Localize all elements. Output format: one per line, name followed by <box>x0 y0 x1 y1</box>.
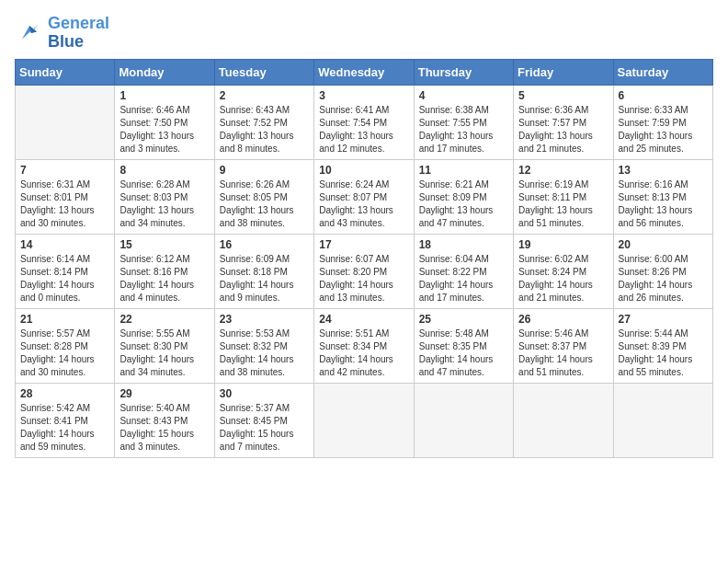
cell-line: and 38 minutes. <box>220 366 309 379</box>
calendar-week-4: 21Sunrise: 5:57 AMSunset: 8:28 PMDayligh… <box>16 308 713 383</box>
cell-line: Daylight: 13 hours <box>619 204 708 217</box>
calendar-cell: 27Sunrise: 5:44 AMSunset: 8:39 PMDayligh… <box>613 308 712 383</box>
calendar-cell: 10Sunrise: 6:24 AMSunset: 8:07 PMDayligh… <box>314 159 414 234</box>
cell-line: Sunset: 8:45 PM <box>220 415 309 428</box>
cell-line: Daylight: 14 hours <box>619 279 708 292</box>
day-header-tuesday: Tuesday <box>214 59 313 85</box>
logo-text: General Blue <box>48 15 109 52</box>
cell-line: Sunset: 8:30 PM <box>119 340 209 353</box>
calendar-cell: 17Sunrise: 6:07 AMSunset: 8:20 PMDayligh… <box>314 234 414 308</box>
day-number: 7 <box>20 164 109 177</box>
cell-line: Sunset: 7:57 PM <box>518 117 608 130</box>
calendar-cell: 2Sunrise: 6:43 AMSunset: 7:52 PMDaylight… <box>214 85 313 159</box>
cell-line: Daylight: 14 hours <box>20 353 109 366</box>
cell-line: Sunset: 8:24 PM <box>518 266 608 279</box>
cell-line: Sunrise: 6:41 AM <box>319 104 408 117</box>
day-number: 25 <box>419 313 508 326</box>
cell-line: Sunset: 8:05 PM <box>220 191 309 204</box>
cell-line: Daylight: 13 hours <box>220 204 309 217</box>
calendar-header-row: SundayMondayTuesdayWednesdayThursdayFrid… <box>16 59 713 85</box>
cell-line: Sunrise: 6:07 AM <box>319 253 408 266</box>
cell-line: and 38 minutes. <box>220 217 309 230</box>
cell-line: and 3 minutes. <box>119 143 209 155</box>
day-header-monday: Monday <box>115 59 214 85</box>
cell-line: and 43 minutes. <box>319 217 408 230</box>
day-number: 23 <box>220 313 309 326</box>
cell-line: Daylight: 13 hours <box>619 130 708 143</box>
cell-line: Sunset: 8:20 PM <box>319 266 408 279</box>
cell-line: and 13 minutes. <box>319 292 408 304</box>
cell-line: and 3 minutes. <box>119 441 209 454</box>
cell-line: and 4 minutes. <box>119 292 209 304</box>
calendar-week-3: 14Sunrise: 6:14 AMSunset: 8:14 PMDayligh… <box>16 234 713 308</box>
cell-line: Sunrise: 6:38 AM <box>419 104 508 117</box>
calendar-cell: 25Sunrise: 5:48 AMSunset: 8:35 PMDayligh… <box>414 308 513 383</box>
cell-line: Sunrise: 6:33 AM <box>619 104 708 117</box>
cell-line: Sunset: 8:35 PM <box>419 340 508 353</box>
cell-line: and 47 minutes. <box>419 217 508 230</box>
cell-line: and 34 minutes. <box>119 366 209 379</box>
calendar-cell: 18Sunrise: 6:04 AMSunset: 8:22 PMDayligh… <box>414 234 513 308</box>
calendar-cell: 19Sunrise: 6:02 AMSunset: 8:24 PMDayligh… <box>514 234 613 308</box>
calendar-cell: 3Sunrise: 6:41 AMSunset: 7:54 PMDaylight… <box>314 85 414 159</box>
day-number: 16 <box>220 238 309 251</box>
cell-line: Daylight: 13 hours <box>319 204 408 217</box>
day-number: 6 <box>619 89 708 102</box>
day-number: 27 <box>619 313 708 326</box>
calendar-cell: 14Sunrise: 6:14 AMSunset: 8:14 PMDayligh… <box>16 234 115 308</box>
cell-line: Sunrise: 6:19 AM <box>518 178 608 191</box>
cell-line: Daylight: 14 hours <box>119 279 209 292</box>
calendar-cell: 11Sunrise: 6:21 AMSunset: 8:09 PMDayligh… <box>414 159 513 234</box>
calendar-cell: 5Sunrise: 6:36 AMSunset: 7:57 PMDaylight… <box>514 85 613 159</box>
cell-line: Sunrise: 5:55 AM <box>119 327 209 340</box>
calendar-cell <box>16 85 115 159</box>
cell-line: Daylight: 14 hours <box>619 353 708 366</box>
cell-line: Sunset: 8:18 PM <box>220 266 309 279</box>
cell-line: and 30 minutes. <box>20 217 109 230</box>
calendar-week-5: 28Sunrise: 5:42 AMSunset: 8:41 PMDayligh… <box>16 383 713 457</box>
calendar-cell: 12Sunrise: 6:19 AMSunset: 8:11 PMDayligh… <box>514 159 613 234</box>
cell-line: and 9 minutes. <box>220 292 309 304</box>
day-number: 20 <box>619 238 708 251</box>
cell-line: and 30 minutes. <box>20 366 109 379</box>
cell-line: Sunrise: 6:36 AM <box>518 104 608 117</box>
day-header-thursday: Thursday <box>414 59 513 85</box>
cell-line: and 34 minutes. <box>119 217 209 230</box>
calendar-week-2: 7Sunrise: 6:31 AMSunset: 8:01 PMDaylight… <box>16 159 713 234</box>
day-number: 9 <box>220 164 309 177</box>
cell-line: Daylight: 14 hours <box>419 279 508 292</box>
calendar-cell <box>314 383 414 457</box>
calendar-cell: 4Sunrise: 6:38 AMSunset: 7:55 PMDaylight… <box>414 85 513 159</box>
cell-line: Sunrise: 6:24 AM <box>319 178 408 191</box>
day-number: 5 <box>518 89 608 102</box>
calendar-cell <box>613 383 712 457</box>
day-number: 11 <box>419 164 508 177</box>
cell-line: Sunset: 8:41 PM <box>20 415 109 428</box>
cell-line: Sunrise: 6:04 AM <box>419 253 508 266</box>
calendar-cell: 23Sunrise: 5:53 AMSunset: 8:32 PMDayligh… <box>214 308 313 383</box>
calendar-cell: 13Sunrise: 6:16 AMSunset: 8:13 PMDayligh… <box>613 159 712 234</box>
cell-line: Sunset: 8:32 PM <box>220 340 309 353</box>
cell-line: and 8 minutes. <box>220 143 309 155</box>
cell-line: Daylight: 13 hours <box>20 204 109 217</box>
day-header-sunday: Sunday <box>16 59 115 85</box>
cell-line: Daylight: 15 hours <box>119 428 209 441</box>
cell-line: Sunrise: 6:00 AM <box>619 253 708 266</box>
cell-line: Daylight: 13 hours <box>518 204 608 217</box>
cell-line: Daylight: 14 hours <box>20 279 109 292</box>
cell-line: Sunrise: 6:14 AM <box>20 253 109 266</box>
cell-line: Sunset: 8:34 PM <box>319 340 408 353</box>
cell-line: Sunrise: 6:26 AM <box>220 178 309 191</box>
cell-line: Sunset: 7:54 PM <box>319 117 408 130</box>
day-header-friday: Friday <box>514 59 613 85</box>
cell-line: and 55 minutes. <box>619 366 708 379</box>
day-number: 22 <box>119 313 209 326</box>
cell-line: and 12 minutes. <box>319 143 408 155</box>
cell-line: and 42 minutes. <box>319 366 408 379</box>
cell-line: and 7 minutes. <box>220 441 309 454</box>
calendar-cell: 16Sunrise: 6:09 AMSunset: 8:18 PMDayligh… <box>214 234 313 308</box>
cell-line: Sunrise: 5:37 AM <box>220 402 309 415</box>
cell-line: Daylight: 13 hours <box>319 130 408 143</box>
calendar-body: 1Sunrise: 6:46 AMSunset: 7:50 PMDaylight… <box>16 85 713 457</box>
calendar-table: SundayMondayTuesdayWednesdayThursdayFrid… <box>15 59 713 458</box>
